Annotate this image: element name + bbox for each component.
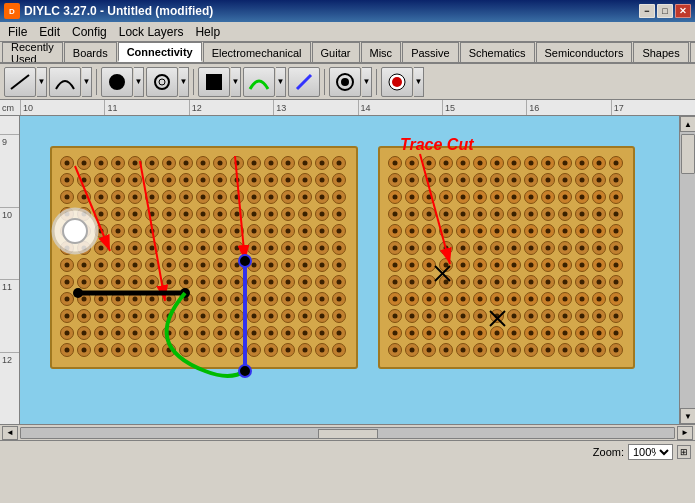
tab-guitar[interactable]: Guitar [312,42,360,62]
scrollbar-right[interactable]: ▲ ▼ [679,116,695,424]
tab-tubes[interactable]: Tubes [690,42,695,62]
tab-electromechanical[interactable]: Electromechanical [203,42,311,62]
green-curve-button[interactable] [243,67,275,97]
tab-shapes[interactable]: Shapes [633,42,688,62]
ring-tool-dropdown[interactable]: ▼ [179,67,189,97]
hole [247,241,261,255]
hole [388,224,402,238]
hole [213,326,227,340]
ruler-mark-12: 12 [189,100,273,116]
black-circle-dropdown[interactable]: ▼ [362,67,372,97]
scroll-up-button[interactable]: ▲ [680,116,695,132]
hole [213,309,227,323]
circle-tool-button[interactable] [101,67,133,97]
hole [281,275,295,289]
hole [128,190,142,204]
menu-help[interactable]: Help [189,23,226,41]
red-circle-button[interactable] [381,67,413,97]
close-button[interactable]: ✕ [675,4,691,18]
hole [145,207,159,221]
hole [332,173,346,187]
hole [507,173,521,187]
hole [77,173,91,187]
zoom-label: Zoom: [593,446,624,458]
hscroll-right-button[interactable]: ► [677,426,693,440]
tab-boards[interactable]: Boards [64,42,117,62]
menu-config[interactable]: Config [66,23,113,41]
hole [592,326,606,340]
hole [247,156,261,170]
hole [332,292,346,306]
green-curve-group: ▼ [243,67,286,97]
hole [298,207,312,221]
hole [94,343,108,357]
hole [490,241,504,255]
circle-tool-dropdown[interactable]: ▼ [134,67,144,97]
hole [558,156,572,170]
curve-tool-dropdown[interactable]: ▼ [82,67,92,97]
hole [230,326,244,340]
hscroll-left-button[interactable]: ◄ [2,426,18,440]
hole [196,190,210,204]
zoom-fit-button[interactable]: ⊞ [677,445,691,459]
ring-tool-button[interactable] [146,67,178,97]
hole [111,326,125,340]
zoom-select[interactable]: 100% 50% 75% 150% 200% [628,444,673,460]
hole [60,275,74,289]
hole [473,343,487,357]
tab-passive[interactable]: Passive [402,42,459,62]
curve-tool-button[interactable] [49,67,81,97]
hole [213,292,227,306]
hole [558,241,572,255]
hole [456,292,470,306]
tab-misc[interactable]: Misc [361,42,402,62]
tab-schematics[interactable]: Schematics [460,42,535,62]
hole [213,207,227,221]
hole [77,156,91,170]
blue-line-button[interactable] [288,67,320,97]
menu-file[interactable]: File [2,23,33,41]
hole [128,343,142,357]
hole [405,292,419,306]
hscroll-track[interactable] [20,427,675,439]
minimize-button[interactable]: − [639,4,655,18]
hole [439,207,453,221]
red-circle-group: ▼ [381,67,424,97]
black-circle-button[interactable] [329,67,361,97]
hole [541,156,555,170]
square-tool-button[interactable] [198,67,230,97]
hole [575,207,589,221]
hole [128,224,142,238]
hole [298,326,312,340]
square-tool-dropdown[interactable]: ▼ [231,67,241,97]
scroll-track[interactable] [680,132,695,408]
scroll-down-button[interactable]: ▼ [680,408,695,424]
tab-recently-used[interactable]: Recently Used [2,42,63,62]
maximize-button[interactable]: □ [657,4,673,18]
scroll-thumb[interactable] [681,134,695,174]
hole [405,156,419,170]
line-tool-button[interactable] [4,67,36,97]
hole [405,275,419,289]
canvas-area[interactable]: Trace Cut [20,116,679,424]
hole [490,309,504,323]
tab-semiconductors[interactable]: Semiconductors [536,42,633,62]
menu-edit[interactable]: Edit [33,23,66,41]
menu-lock-layers[interactable]: Lock Layers [113,23,190,41]
hole [609,241,623,255]
hole [111,241,125,255]
hole [162,241,176,255]
hole [473,258,487,272]
green-curve-dropdown[interactable]: ▼ [276,67,286,97]
hole [388,241,402,255]
hole [575,275,589,289]
line-tool-dropdown[interactable]: ▼ [37,67,47,97]
ruler-left-10: 10 [0,207,19,279]
red-circle-dropdown[interactable]: ▼ [414,67,424,97]
hole [575,292,589,306]
hole [541,224,555,238]
hole [558,292,572,306]
tab-connectivity[interactable]: Connectivity [118,42,202,62]
hscroll-thumb[interactable] [318,429,378,439]
svg-point-9 [392,77,402,87]
